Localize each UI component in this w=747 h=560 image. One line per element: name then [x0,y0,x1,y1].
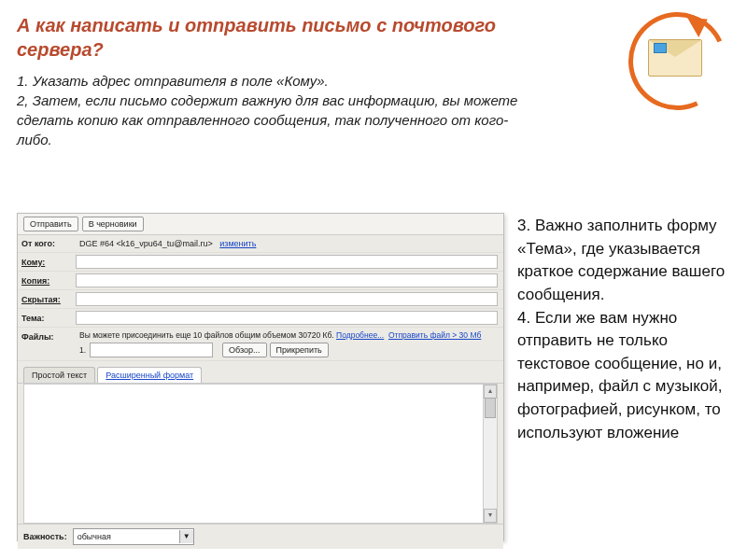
intro-step-2: 2, Затем, если письмо содержит важную дл… [17,91,540,149]
scroll-up-icon[interactable]: ▴ [484,385,497,399]
chevron-down-icon: ▼ [179,530,193,543]
step-4-text: 4. Если же вам нужно отправить не только… [517,307,730,445]
to-row: Кому: [18,253,503,272]
cc-input[interactable] [76,273,498,287]
importance-label: Важность: [23,532,67,541]
slide-title: А как написать и отправить письмо с почт… [17,13,502,62]
title-l2: сервера? [17,39,104,60]
from-label: От кого: [18,237,76,250]
editor-tabs: Простой текст Расширенный формат [18,361,503,384]
files-row: Файлы: Вы можете присоединить еще 10 фай… [18,328,503,361]
file-path-input[interactable] [90,343,213,357]
intro-step-1: 1. Указать адрес отправителя в поле «Ком… [17,71,540,91]
drafts-button[interactable]: В черновики [82,217,144,231]
side-text: 3. Важно заполнить форму «Тема», где ука… [517,213,730,541]
to-input[interactable] [76,255,498,269]
attach-button[interactable]: Прикрепить [270,343,329,357]
subject-label: Тема: [18,312,76,325]
intro-text: 1. Указать адрес отправителя в поле «Ком… [17,71,540,149]
bcc-input[interactable] [76,292,498,306]
subject-row: Тема: [18,309,503,328]
file-number: 1. [79,345,86,355]
files-more-link[interactable]: Подробнее... [336,330,384,340]
from-value: DGE #64 <k16_vpu64_tu@mail.ru> изменить [76,237,503,250]
browse-button[interactable]: Обзор... [222,343,267,357]
bcc-label: Скрытая: [18,293,76,306]
scroll-thumb[interactable] [485,398,496,418]
cc-label: Копия: [18,274,76,287]
title-l1: А как написать и отправить письмо с почт… [17,15,496,35]
message-body-editor[interactable]: ▴ ▾ [23,384,498,524]
importance-select[interactable]: обычная ▼ [73,528,194,545]
change-sender-link[interactable]: изменить [219,239,256,248]
compose-toolbar: Отправить В черновики [18,214,503,235]
tab-rich-text[interactable]: Расширенный формат [97,367,202,383]
subject-input[interactable] [76,311,498,325]
compose-screenshot: Отправить В черновики От кого: DGE #64 <… [17,213,504,541]
to-label: Кому: [18,256,76,269]
importance-row: Важность: обычная ▼ [18,524,503,549]
files-label: Файлы: [18,330,76,343]
bcc-row: Скрытая: [18,290,503,309]
files-info-text: Вы можете присоединить еще 10 файлов общ… [79,330,334,340]
tab-plain-text[interactable]: Простой текст [23,367,95,383]
files-big-link[interactable]: Отправить файл > 30 Мб [388,330,481,340]
send-button[interactable]: Отправить [23,217,78,231]
step-3-text: 3. Важно заполнить форму «Тема», где ука… [517,215,730,307]
files-info-block: Вы можете присоединить еще 10 файлов общ… [76,330,503,357]
from-row: От кого: DGE #64 <k16_vpu64_tu@mail.ru> … [18,235,503,253]
scroll-down-icon[interactable]: ▾ [484,509,497,523]
mail-cycle-icon [624,7,726,110]
importance-value: обычная [78,532,111,541]
editor-scrollbar[interactable]: ▴ ▾ [483,385,497,523]
cc-row: Копия: [18,272,503,290]
